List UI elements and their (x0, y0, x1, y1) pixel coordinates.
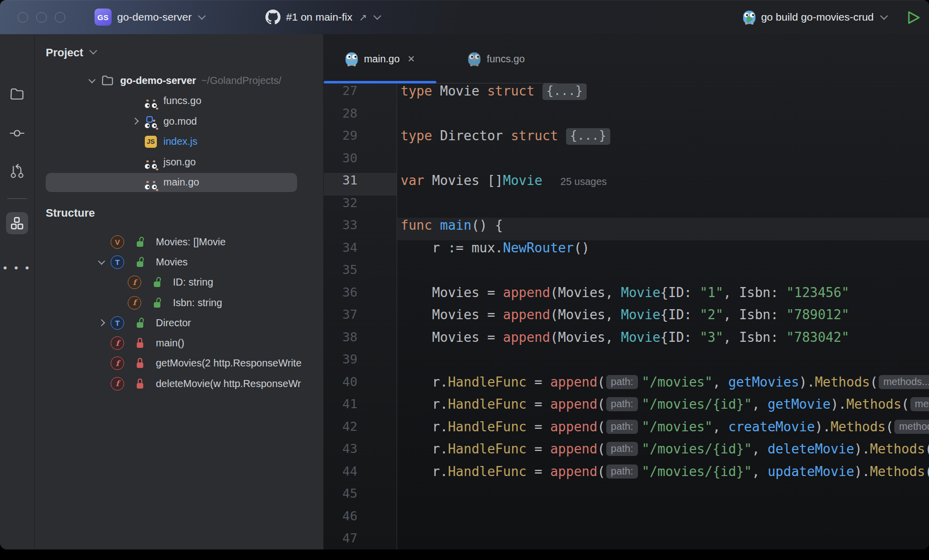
editor-tab-funcs.go[interactable]: funcs.go (436, 34, 556, 83)
inlay-hint-chip[interactable]: path: (606, 420, 637, 434)
structure-item-f[interactable]: fmain() (35, 333, 323, 353)
run-configuration-widget[interactable]: go build go-movies-crud (743, 0, 887, 34)
locked-icon (136, 358, 145, 368)
code-token: deleteMovie (768, 441, 854, 456)
structure-item-label: getMovies(2 http.ResponseWrite (156, 357, 302, 369)
editor-tab-main.go[interactable]: main.go× (324, 34, 436, 83)
structure-tool-button[interactable] (6, 212, 28, 234)
structure-item-f[interactable]: fIsbn: string (35, 293, 323, 313)
inlay-hint-chip[interactable]: methods...: (894, 420, 929, 434)
code-token: = (526, 375, 550, 390)
tree-item-label: go.mod (163, 116, 197, 127)
project-tool-icon folder-icon[interactable] (10, 87, 24, 103)
inlay-hint-chip[interactable]: path: (606, 397, 637, 411)
gutter-line-number[interactable]: 33 (324, 218, 397, 240)
structure-list: VMovies: []MovieTMoviesfID: stringfIsbn:… (35, 232, 323, 394)
code-token: append (503, 307, 550, 322)
code-token: "/movies" (642, 375, 713, 390)
gutter-line-number[interactable]: 28 (324, 106, 397, 129)
project-panel-header[interactable]: Project (35, 34, 323, 61)
inlay-hint-chip[interactable]: path: (606, 464, 637, 479)
vcs-widget[interactable]: #1 on main-fix ↗ (265, 0, 380, 34)
gutter-line-number[interactable]: 43 (324, 441, 397, 464)
folded-code-chip[interactable]: {...} (542, 83, 587, 100)
inlay-hint-chip[interactable]: methods...: (879, 375, 929, 389)
code-token: HandleFunc (448, 397, 527, 412)
gutter-line-number[interactable]: 40 (324, 375, 397, 397)
gutter-line-number[interactable]: 36 (324, 285, 397, 308)
gutter-line-number[interactable]: 31 (324, 173, 397, 196)
code-token: , (752, 441, 768, 456)
pull-request-tool-icon[interactable] (10, 163, 24, 181)
more-tool-windows-icon[interactable]: • • • (0, 261, 34, 274)
chevron-down-icon[interactable] (98, 258, 105, 265)
tree-item-main.go[interactable]: main.go (35, 172, 323, 193)
gutter-line-number[interactable]: 35 (324, 262, 397, 285)
gutter-line-number[interactable]: 38 (324, 330, 397, 352)
zoom-button[interactable] (55, 12, 65, 23)
code-token: "/movies/{id}" (642, 441, 752, 456)
tree-item-go.mod[interactable]: go.mod (35, 111, 323, 132)
gutter-line-number[interactable]: 46 (324, 509, 397, 531)
folded-code-chip[interactable]: {...} (566, 128, 610, 145)
structure-item-label: Isbn: string (173, 297, 222, 309)
editor-tab-strip: main.go×funcs.go (324, 34, 929, 83)
gutter-line-number[interactable]: 45 (324, 486, 397, 509)
tree-item-json.go[interactable]: json.go (35, 152, 323, 172)
code-token: append (550, 375, 597, 390)
go-gopher-file-icon (468, 52, 481, 66)
gutter-line-number[interactable]: 42 (324, 419, 397, 442)
code-viewport[interactable]: 2728293031323334353637383940414243444546… (324, 83, 929, 549)
chevron-down-icon[interactable] (88, 76, 96, 83)
gutter-line-number[interactable]: 37 (324, 307, 397, 330)
code-token: Movies = (401, 330, 503, 345)
commit-tool-icon[interactable] (10, 127, 25, 142)
structure-item-f[interactable]: fdeleteMovie(w http.ResponseWr (35, 374, 323, 394)
structure-item-f[interactable]: fgetMovies(2 http.ResponseWrite (35, 353, 323, 374)
code-token: r. (401, 375, 448, 390)
chevron-right-icon[interactable] (132, 118, 139, 125)
structure-item-T[interactable]: TMovies (35, 252, 323, 272)
gutter-line-number[interactable]: 29 (324, 128, 397, 151)
structure-item-T[interactable]: TDirector (35, 313, 323, 333)
code-token: ). (815, 419, 830, 434)
tree-item-go-demo-server[interactable]: go-demo-server~/GolandProjects/ (35, 70, 323, 91)
code-token: append (550, 419, 597, 434)
run-button[interactable] (905, 9, 922, 26)
minimize-button[interactable] (36, 12, 47, 23)
code-content[interactable]: type Movie struct {...}type Director str… (397, 83, 929, 549)
file-icon-go (144, 176, 157, 189)
close-button[interactable] (18, 12, 28, 23)
gutter-line-number[interactable]: 27 (324, 83, 397, 106)
tree-item-index.js[interactable]: JSindex.js (35, 132, 323, 152)
code-token: Movie (503, 173, 542, 188)
code-token: () (574, 240, 589, 255)
code-token: ( (597, 375, 605, 390)
code-token: ( (597, 419, 605, 434)
gutter-line-number[interactable]: 39 (324, 352, 397, 375)
tree-item-funcs.go[interactable]: funcs.go (35, 91, 323, 112)
line-number-gutter[interactable]: 2728293031323334353637383940414243444546… (324, 83, 397, 549)
gopher-run-icon (743, 11, 756, 24)
project-switcher[interactable]: GS go-demo-server (95, 0, 205, 34)
inlay-hint-chip[interactable]: path: (606, 442, 637, 456)
inlay-hint-chip[interactable]: methods...: (910, 397, 929, 411)
inlay-hint-chip[interactable]: path: (606, 375, 637, 389)
structure-item-V[interactable]: VMovies: []Movie (35, 232, 323, 252)
gutter-line-number[interactable]: 41 (324, 397, 397, 419)
close-tab-icon[interactable]: × (408, 54, 415, 64)
gutter-line-number[interactable]: 44 (324, 464, 397, 487)
structure-item-f[interactable]: fID: string (35, 272, 323, 293)
gutter-line-number[interactable]: 32 (324, 196, 397, 218)
structure-item-label: deleteMovie(w http.ResponseWr (156, 378, 301, 390)
code-token: var (401, 173, 424, 188)
code-token: HandleFunc (448, 375, 527, 390)
gutter-line-number[interactable]: 30 (324, 151, 397, 173)
run-config-label: go build go-movies-crud (761, 11, 874, 23)
code-token: Director (432, 128, 511, 143)
usages-inlay-hint[interactable]: 25 usages (561, 176, 607, 187)
code-line-38: Movies = append(Movies, Movie{ID: "3", I… (397, 330, 929, 352)
gutter-line-number[interactable]: 47 (324, 531, 397, 549)
gutter-line-number[interactable]: 34 (324, 240, 397, 263)
chevron-right-icon[interactable] (98, 319, 105, 326)
